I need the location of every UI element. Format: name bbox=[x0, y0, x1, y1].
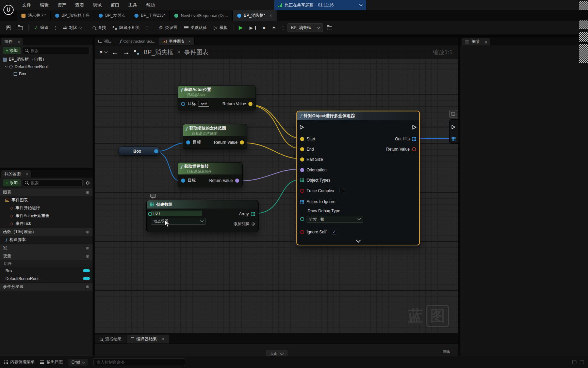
tab-bp-vanish-box[interactable]: BP_消失框*× bbox=[233, 10, 277, 21]
wire-extent-to-halfsize[interactable] bbox=[243, 143, 301, 159]
kebab-icon[interactable]: ⋮ bbox=[280, 25, 286, 30]
page-dropdown[interactable]: 页面 bbox=[266, 350, 287, 356]
find-button[interactable]: 查找 bbox=[90, 24, 109, 32]
tab-level[interactable]: 演示关卡* bbox=[17, 10, 51, 21]
item-event-tick[interactable]: ◇事件Tick bbox=[0, 220, 93, 228]
start-pin[interactable] bbox=[300, 137, 304, 141]
node-box-variable[interactable]: Box bbox=[118, 147, 160, 156]
class-defaults-button[interactable]: 类默认值 bbox=[181, 24, 210, 32]
debug-object-dropdown[interactable]: BP_消失框 bbox=[288, 23, 323, 32]
trace-complex-pin[interactable] bbox=[300, 189, 304, 193]
output-log-button[interactable]: 输出日志 bbox=[40, 359, 63, 365]
menu-edit[interactable]: 编辑 bbox=[35, 2, 53, 8]
hide-unrelated-button[interactable]: 隐藏不相关 bbox=[110, 24, 142, 32]
close-icon[interactable]: × bbox=[26, 172, 28, 176]
close-icon[interactable]: × bbox=[270, 13, 272, 18]
exec-in-pin[interactable] bbox=[299, 125, 304, 130]
node-multi-box-trace[interactable]: ƒ 针对Object进行多盒体追踪 Start Out Hits End Ret… bbox=[296, 111, 420, 245]
close-icon[interactable]: × bbox=[188, 39, 191, 43]
section-functions[interactable]: 函数（19可覆盖）⊕ bbox=[0, 228, 93, 236]
clipped-node[interactable] bbox=[449, 119, 458, 144]
clear-button[interactable]: 清除 bbox=[440, 349, 453, 355]
breadcrumb-root[interactable]: BP_消失框 bbox=[144, 48, 174, 56]
return-value-pin[interactable] bbox=[412, 147, 416, 151]
box-output-pin[interactable] bbox=[154, 149, 158, 153]
menu-view[interactable]: 查看 bbox=[71, 2, 88, 8]
menu-tools[interactable]: 工具 bbox=[124, 2, 142, 8]
wire-array-to-objecttypes[interactable] bbox=[254, 180, 301, 214]
tree-item-self[interactable]: BP_消失框 （自我） bbox=[0, 56, 93, 63]
nav-back-button[interactable]: ← bbox=[112, 49, 118, 56]
my-blueprint-search-input[interactable] bbox=[23, 179, 83, 186]
add-graph-icon[interactable]: ⊕ bbox=[86, 190, 89, 195]
exec-out-pin[interactable] bbox=[412, 125, 417, 130]
stop-button[interactable]: ■ bbox=[260, 24, 268, 32]
array-output-pin[interactable] bbox=[251, 212, 255, 216]
wire-location-to-start[interactable] bbox=[251, 105, 301, 138]
node-make-array[interactable]: 创建数组 [ 0 ] 动态场景 Array 添加引脚⊕ bbox=[146, 200, 259, 232]
clipped-node-icon[interactable] bbox=[449, 110, 457, 118]
components-search-input[interactable] bbox=[23, 47, 90, 54]
simulate-button[interactable]: ▷模拟 bbox=[211, 24, 230, 32]
tab-level-sequence[interactable]: NewLevelSequence (Dir... bbox=[170, 10, 233, 21]
browse-asset-button[interactable] bbox=[15, 24, 26, 31]
return-value-pin[interactable] bbox=[235, 179, 239, 183]
item-event-actorbeginoverlap[interactable]: ◇事件Actor开始重叠 bbox=[0, 212, 93, 220]
add-pin-button[interactable]: 添加引脚⊕ bbox=[233, 221, 255, 227]
exec-in-pin[interactable] bbox=[451, 125, 456, 129]
expand-node-chevron-icon[interactable] bbox=[356, 237, 360, 242]
trace-complex-checkbox[interactable] bbox=[340, 189, 344, 193]
half-size-pin[interactable] bbox=[300, 157, 304, 162]
play-button[interactable]: ▶ bbox=[236, 23, 246, 32]
close-icon[interactable]: × bbox=[18, 40, 20, 44]
node-get-scaled-box-extent[interactable]: ƒ获取缩放的盒体范围 目标是盒体碰撞 目标 Return Value bbox=[183, 124, 247, 149]
tab-find-results[interactable]: 查找结果 bbox=[95, 335, 126, 343]
tab-bp-gatling-bullet[interactable]: BP_加特林子弹 bbox=[51, 10, 95, 21]
breadcrumb-current[interactable]: 事件图表 bbox=[184, 48, 209, 56]
screen-share-bar[interactable]: 您正在共享屏幕 01:11:16 bbox=[274, 0, 366, 10]
tree-item-scene-root[interactable]: DefaultSceneRoot bbox=[0, 63, 93, 70]
add-dispatcher-icon[interactable]: ⊕ bbox=[86, 284, 89, 289]
nav-forward-button[interactable]: → bbox=[123, 49, 130, 56]
status-icon[interactable] bbox=[572, 360, 576, 364]
array-element-dropdown[interactable]: 动态场景 bbox=[151, 218, 206, 225]
kebab-icon[interactable]: ⋮ bbox=[52, 25, 59, 30]
menu-debug[interactable]: 调试 bbox=[88, 2, 106, 8]
close-icon[interactable]: × bbox=[162, 337, 164, 341]
tab-details[interactable]: 细节 × bbox=[462, 38, 490, 45]
target-value-field[interactable]: self bbox=[198, 101, 209, 107]
eject-button[interactable] bbox=[270, 25, 278, 31]
return-value-pin[interactable] bbox=[240, 140, 244, 144]
browse-debug-object-button[interactable] bbox=[324, 24, 335, 31]
out-hits-pin[interactable] bbox=[412, 137, 416, 141]
tab-event-graph[interactable]: 事件图表× bbox=[159, 37, 195, 45]
array-input-pin[interactable] bbox=[452, 137, 456, 141]
menu-file[interactable]: 文件 bbox=[18, 2, 35, 8]
tab-compiler-results[interactable]: 编译器结果× bbox=[127, 335, 169, 343]
bookmarks-button[interactable]: ⚑ bbox=[99, 50, 107, 55]
content-drawer-button[interactable]: 内容侧滑菜单 bbox=[4, 359, 35, 365]
gear-icon[interactable]: ⚙ bbox=[85, 180, 90, 186]
expand-arrow-icon[interactable] bbox=[5, 65, 7, 67]
actors-to-ignore-pin[interactable] bbox=[300, 200, 304, 204]
category-components[interactable]: 组件 bbox=[0, 260, 93, 267]
menu-window[interactable]: 窗口 bbox=[106, 2, 124, 8]
ignore-self-pin[interactable] bbox=[300, 230, 304, 234]
variable-default-scene-root[interactable]: DefaultSceneRoot bbox=[0, 275, 93, 282]
cmd-dropdown[interactable]: Cmd bbox=[68, 359, 88, 366]
menu-asset[interactable]: 资产 bbox=[53, 2, 71, 8]
tab-bp-bullet233[interactable]: BP_子弹233* bbox=[130, 10, 170, 21]
target-pin[interactable] bbox=[181, 102, 185, 106]
ignore-self-checkbox[interactable]: ✓ bbox=[332, 230, 336, 234]
variable-box[interactable]: Box bbox=[0, 267, 93, 275]
return-value-pin[interactable] bbox=[248, 102, 252, 106]
item-event-beginplay[interactable]: ◇事件开始运行 bbox=[0, 204, 93, 212]
graph-canvas[interactable]: ⚑ ← → BP_消失框 > 事件图表 缩放1:1 ƒ获取Actor位置 目标是… bbox=[95, 45, 458, 333]
section-event-dispatchers[interactable]: 事件分发器⊕ bbox=[0, 282, 93, 291]
frame-skip-button[interactable]: ▶ bbox=[247, 24, 259, 32]
chevron-down-icon[interactable] bbox=[359, 3, 363, 6]
target-pin[interactable] bbox=[181, 179, 185, 183]
draw-debug-type-dropdown[interactable]: 针对一帧 bbox=[307, 216, 363, 223]
close-icon[interactable]: × bbox=[485, 40, 487, 44]
node-get-world-rotation[interactable]: ƒ获取世界旋转 目标是场景组件 目标 Return Value bbox=[178, 162, 243, 187]
